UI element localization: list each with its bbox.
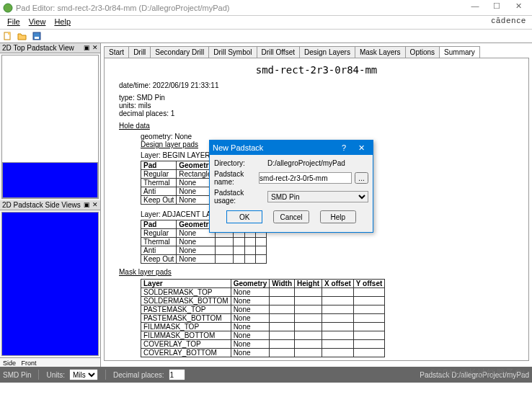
tab-secondary-drill[interactable]: Secondary Drill <box>150 46 209 58</box>
tab-design-layers[interactable]: Design Layers <box>299 46 355 58</box>
col-width: Width <box>270 280 295 288</box>
new-padstack-dialog: New Padstack ? ✕ Directory: D:/allegroPr… <box>209 140 373 233</box>
col-layer: Layer <box>141 280 231 288</box>
status-decimal-label: Decimal places: <box>113 371 164 379</box>
title-bar: Pad Editor: smd-rect-2r3-0r84-mm (D:/all… <box>0 0 532 16</box>
table-row: SOLDERMASK_BOTTOMNone <box>141 297 385 305</box>
table-row: COVERLAY_BOTTOMNone <box>141 349 385 357</box>
tab-drill-offset[interactable]: Drill Offset <box>257 46 301 58</box>
window-title: Pad Editor: smd-rect-2r3-0r84-mm (D:/all… <box>16 4 464 12</box>
table-row: AntiNone <box>141 246 267 255</box>
col-geom: Geometry <box>231 280 270 288</box>
tab-drill-symbol[interactable]: Drill Symbol <box>208 46 257 58</box>
app-icon <box>3 3 13 13</box>
brand-label: cādence <box>491 16 526 24</box>
menu-help[interactable]: Help <box>50 16 75 29</box>
table-row: ThermalNone <box>141 238 267 246</box>
status-decimal-input[interactable] <box>169 369 185 380</box>
mask-layer-table: LayerGeometryWidthHeightX offsetY offset… <box>141 279 385 357</box>
table-row: FILMMASK_BOTTOMNone <box>141 331 385 340</box>
tab-start[interactable]: Start <box>104 46 129 58</box>
datetime-value: 2022/06/19 21:33:11 <box>153 81 219 89</box>
col-height: Height <box>295 280 322 288</box>
dialog-close-icon[interactable]: ✕ <box>353 143 370 153</box>
padstack-name-label: Padstack name: <box>214 170 256 186</box>
cancel-button[interactable]: Cancel <box>273 210 309 223</box>
menu-bar: File View Help <box>0 16 532 29</box>
save-icon[interactable] <box>32 31 43 43</box>
tab-drill[interactable]: Drill <box>128 46 151 58</box>
type-label: type: <box>119 94 135 102</box>
browse-button[interactable]: ... <box>355 172 368 184</box>
side-view-title: 2D Padstack Side Views <box>2 201 81 209</box>
col-pad: Pad <box>141 220 177 229</box>
side-view-undock-icon[interactable]: ▣ ✕ <box>84 201 98 209</box>
table-row: COVERLAY_TOPNone <box>141 340 385 349</box>
help-button[interactable]: Help <box>320 210 356 223</box>
table-row: SOLDERMASK_TOPNone <box>141 288 385 297</box>
close-button[interactable]: ✕ <box>507 1 529 14</box>
maximize-button[interactable]: ☐ <box>486 1 507 14</box>
top-view-header: 2D Top Padstack View ▣ ✕ <box>0 43 100 53</box>
new-file-icon[interactable] <box>3 31 14 43</box>
col-yoff: Y offset <box>353 280 385 288</box>
table-row: Keep OutNone <box>141 255 267 264</box>
status-type: SMD Pin <box>3 371 31 379</box>
col-xoff: X offset <box>322 280 354 288</box>
datetime-label: date/time: <box>119 81 151 89</box>
type-value: SMD Pin <box>136 94 164 102</box>
hole-data-heading: Hole data <box>119 122 150 130</box>
top-padstack-preview <box>2 162 98 198</box>
tab-summary[interactable]: Summary <box>439 46 480 58</box>
svg-rect-4 <box>35 37 39 39</box>
svg-rect-2 <box>8 32 10 35</box>
top-view-undock-icon[interactable]: ▣ ✕ <box>84 44 98 52</box>
ok-button[interactable]: OK <box>226 210 262 223</box>
mask-layer-heading: Mask layer pads <box>119 268 172 276</box>
units-value: mils <box>138 102 151 110</box>
minimize-button[interactable]: — <box>464 1 486 14</box>
status-units-label: Units: <box>46 371 65 379</box>
left-sidebar: 2D Top Padstack View ▣ ✕ 2D Padstack Sid… <box>0 43 101 368</box>
col-pad: Pad <box>141 161 177 170</box>
watermark: CSDN @长沙红胖子Qt <box>430 367 525 380</box>
dialog-title: New Padstack <box>213 143 335 152</box>
menu-view[interactable]: View <box>25 16 50 29</box>
table-row: PASTEMASK_TOPNone <box>141 305 385 314</box>
toolbar <box>0 29 532 43</box>
padstack-usage-label: Padstack usage: <box>214 189 265 205</box>
table-row: FILMMASK_TOPNone <box>141 323 385 331</box>
table-row: PASTEMASK_BOTTOMNone <box>141 314 385 323</box>
open-folder-icon[interactable] <box>17 31 29 43</box>
summary-heading: smd-rect-2r3-0r84-mm <box>119 64 514 76</box>
top-view-title: 2D Top Padstack View <box>2 44 74 52</box>
dialog-titlebar[interactable]: New Padstack ? ✕ <box>210 140 373 155</box>
tab-front[interactable]: Front <box>22 360 37 367</box>
padstack-name-input[interactable] <box>259 172 352 184</box>
menu-file[interactable]: File <box>3 16 25 29</box>
tab-options[interactable]: Options <box>405 46 440 58</box>
side-view-header: 2D Padstack Side Views ▣ ✕ <box>0 200 100 210</box>
svg-point-0 <box>4 4 12 12</box>
status-units-select[interactable]: Mils <box>69 369 98 380</box>
side-padstack-preview <box>1 212 99 356</box>
tab-mask-layers[interactable]: Mask Layers <box>355 46 406 58</box>
editor-tabs: Start Drill Secondary Drill Drill Symbol… <box>104 46 529 58</box>
directory-label: Directory: <box>214 159 265 167</box>
tab-side[interactable]: Side <box>3 360 16 367</box>
decimal-label: decimal places: <box>119 110 169 117</box>
padstack-usage-select[interactable]: SMD Pin <box>267 191 368 202</box>
directory-value: D:/allegroProject/myPad <box>267 159 368 167</box>
decimal-value: 1 <box>171 110 175 117</box>
units-label: units: <box>119 102 136 110</box>
dialog-help-icon[interactable]: ? <box>335 143 353 152</box>
